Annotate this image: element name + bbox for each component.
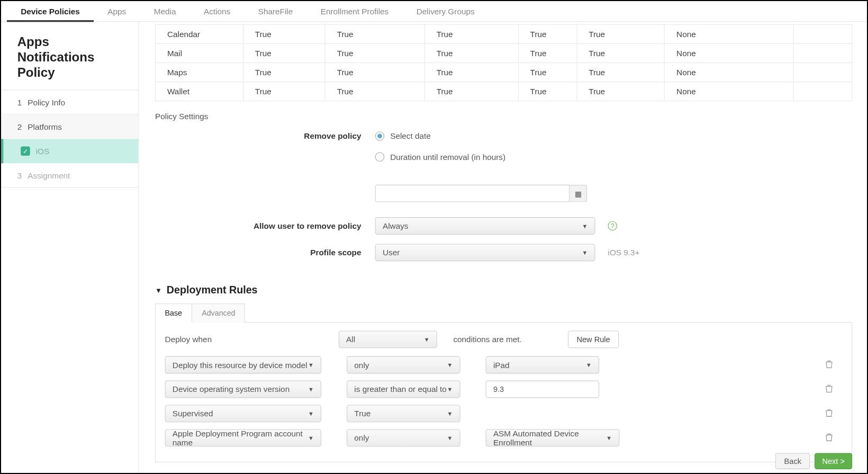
check-icon: ✓ <box>21 147 30 156</box>
tab-base[interactable]: Base <box>155 303 192 323</box>
table-cell: True <box>325 63 424 82</box>
rule-value-input[interactable] <box>486 381 599 398</box>
table-cell: None <box>665 24 793 43</box>
delete-rule-icon[interactable] <box>825 433 843 443</box>
table-cell: True <box>518 63 577 82</box>
table-cell: True <box>577 24 665 43</box>
table-cell: True <box>424 82 518 101</box>
table-row: MailTrueTrueTrueTrueTrueNone <box>156 43 852 62</box>
table-cell <box>793 43 852 62</box>
top-tab-device-policies[interactable]: Device Policies <box>7 1 94 21</box>
table-cell: True <box>518 82 577 101</box>
caret-down-icon: ▼ <box>308 362 314 368</box>
table-cell: Calendar <box>156 24 243 43</box>
table-cell: True <box>424 63 518 82</box>
table-cell <box>793 82 852 101</box>
back-button[interactable]: Back <box>775 453 810 469</box>
caret-down-icon: ▼ <box>447 362 453 368</box>
rule-operator-select[interactable]: is greater than or equal to▼ <box>347 381 460 398</box>
top-tab-media[interactable]: Media <box>140 1 189 21</box>
top-tab-apps[interactable]: Apps <box>94 1 140 21</box>
deploy-when-label: Deploy when <box>165 335 339 344</box>
table-cell: None <box>665 63 793 82</box>
rule-row: Device operating system version▼is great… <box>165 381 843 398</box>
tab-advanced[interactable]: Advanced <box>192 303 245 323</box>
table-row: CalendarTrueTrueTrueTrueTrueNone <box>156 24 852 43</box>
notifications-table: CalendarTrueTrueTrueTrueTrueNoneMailTrue… <box>155 24 852 102</box>
top-tab-actions[interactable]: Actions <box>190 1 245 21</box>
date-input[interactable] <box>375 185 570 202</box>
profile-scope-label: Profile scope <box>155 248 375 257</box>
allow-remove-select[interactable]: Always ▼ <box>375 217 595 235</box>
new-rule-button[interactable]: New Rule <box>568 330 619 348</box>
caret-down-icon: ▼ <box>308 386 314 392</box>
delete-rule-icon[interactable] <box>825 360 843 370</box>
substep-ios[interactable]: ✓ iOS <box>1 139 138 164</box>
help-icon[interactable]: ? <box>608 221 618 231</box>
caret-down-icon: ▼ <box>155 287 162 294</box>
rule-field-select[interactable]: Device operating system version▼ <box>165 381 321 398</box>
radio-select-date[interactable] <box>375 131 385 141</box>
table-cell: Mail <box>156 43 243 62</box>
table-cell <box>793 63 852 82</box>
step-assignment[interactable]: 3 Assignment <box>1 164 138 188</box>
allow-remove-label: Allow user to remove policy <box>155 221 375 231</box>
table-cell: True <box>518 24 577 43</box>
page-title: Apps Notifications Policy <box>1 22 138 90</box>
rule-value-select[interactable]: ASM Automated Device Enrollment▼ <box>486 429 620 446</box>
caret-down-icon: ▼ <box>586 362 592 368</box>
next-button[interactable]: Next > <box>815 453 852 469</box>
deployment-rules-toggle[interactable]: ▼ Deployment Rules <box>155 284 852 297</box>
table-cell: True <box>577 82 665 101</box>
radio-duration-label: Duration until removal (in hours) <box>390 153 505 162</box>
step-platforms[interactable]: 2 Platforms <box>1 115 138 139</box>
table-cell: True <box>243 43 325 62</box>
calendar-button[interactable]: ▦ <box>569 185 587 202</box>
table-cell: True <box>424 43 518 62</box>
remove-policy-label: Remove policy <box>155 131 375 141</box>
deployment-rules-title: Deployment Rules <box>167 284 258 297</box>
rule-field-select[interactable]: Apple Deployment Program account name▼ <box>165 429 321 446</box>
rule-field-select[interactable]: Deploy this resource by device model▼ <box>165 356 321 374</box>
top-tab-sharefile[interactable]: ShareFile <box>244 1 306 21</box>
caret-down-icon: ▼ <box>447 435 453 441</box>
main-content: CalendarTrueTrueTrueTrueTrueNoneMailTrue… <box>139 22 868 474</box>
table-cell: True <box>577 43 665 62</box>
caret-down-icon: ▼ <box>582 222 587 229</box>
rules-panel: Deploy when All ▼ conditions are met. Ne… <box>155 322 852 462</box>
caret-down-icon: ▼ <box>308 410 314 417</box>
rule-operator-select[interactable]: only▼ <box>347 356 460 374</box>
caret-down-icon: ▼ <box>606 435 612 441</box>
delete-rule-icon[interactable] <box>825 409 843 419</box>
top-tabs: Device PoliciesAppsMediaActionsShareFile… <box>1 1 868 22</box>
profile-scope-select[interactable]: User ▼ <box>375 244 595 261</box>
table-cell: True <box>243 82 325 101</box>
rule-operator-select[interactable]: only▼ <box>347 429 460 446</box>
table-cell: True <box>325 82 424 101</box>
rule-operator-select[interactable]: True▼ <box>347 405 460 423</box>
rule-row: Supervised▼True▼ <box>165 405 843 423</box>
radio-duration[interactable] <box>375 153 385 162</box>
conditions-text: conditions are met. <box>453 335 546 344</box>
rule-field-select[interactable]: Supervised▼ <box>165 405 321 423</box>
caret-down-icon: ▼ <box>447 386 453 392</box>
delete-rule-icon[interactable] <box>825 384 843 395</box>
table-row: MapsTrueTrueTrueTrueTrueNone <box>156 63 852 82</box>
profile-scope-hint: iOS 9.3+ <box>608 248 640 257</box>
step-policy-info[interactable]: 1 Policy Info <box>1 91 138 115</box>
calendar-icon: ▦ <box>575 189 582 198</box>
radio-select-date-label: Select date <box>390 131 431 141</box>
top-tab-delivery-groups[interactable]: Delivery Groups <box>403 1 489 21</box>
sidebar: Apps Notifications Policy 1 Policy Info … <box>1 22 139 474</box>
table-cell: None <box>665 43 793 62</box>
table-cell: True <box>325 24 424 43</box>
table-cell: Wallet <box>156 82 243 101</box>
rule-value-select[interactable]: iPad▼ <box>486 356 599 374</box>
table-cell: True <box>577 63 665 82</box>
caret-down-icon: ▼ <box>308 435 314 441</box>
caret-down-icon: ▼ <box>447 410 453 417</box>
top-tab-enrollment-profiles[interactable]: Enrollment Profiles <box>306 1 402 21</box>
deploy-all-select[interactable]: All ▼ <box>339 330 437 348</box>
table-cell: True <box>325 43 424 62</box>
rule-row: Apple Deployment Program account name▼on… <box>165 429 843 446</box>
